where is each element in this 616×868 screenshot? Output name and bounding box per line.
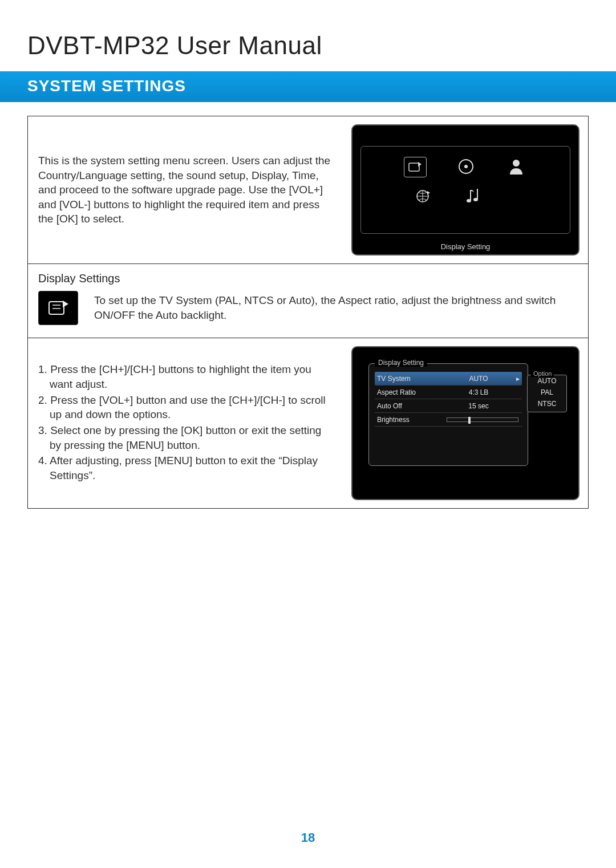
screen2-panel: Display Setting TV System AUTO ▸ Aspect … (368, 363, 528, 466)
screen2-item-tv-system: TV System AUTO ▸ (375, 372, 522, 386)
screen2-item-label: Aspect Ratio (375, 388, 443, 396)
user-icon (505, 157, 527, 176)
screen2-item-aspect-ratio: Aspect Ratio 4:3 LB (375, 386, 522, 399)
display-settings-tile-icon (38, 291, 78, 325)
screen2-option: NTSC (528, 398, 566, 409)
screen2-item-value: AUTO (443, 375, 514, 383)
svg-point-3 (513, 160, 520, 167)
screen2-item-label: Auto Off (375, 402, 443, 410)
screen1-frame (360, 146, 570, 234)
screen1: Display Setting (351, 124, 579, 255)
row-intro: This is the system setting menu screen. … (28, 116, 588, 264)
screen2-panel-title: Display Setting (375, 359, 427, 367)
svg-rect-7 (49, 302, 64, 314)
brightness-slider (447, 417, 518, 422)
step-1: Press the [CH+]/[CH-] buttons to highlig… (38, 362, 331, 391)
screen2-option: PAL (528, 387, 566, 398)
steps-list: Press the [CH+]/[CH-] buttons to highlig… (38, 360, 331, 486)
screen2-item-value: 15 sec (443, 402, 514, 410)
page-title: DVBT-MP32 User Manual (0, 0, 616, 71)
row-display: Display Settings To set up the TV System… (28, 264, 588, 338)
screen1-caption: Display Setting (352, 242, 578, 251)
step-3: Select one by pressing the [OK] button o… (38, 423, 331, 452)
screen2-options-popup: Option AUTO PAL NTSC (527, 375, 567, 412)
screen2-options-title: Option (531, 370, 554, 377)
screen2-item-brightness: Brightness (375, 413, 522, 427)
screen2-option: AUTO (528, 375, 566, 387)
screen2-list: TV System AUTO ▸ Aspect Ratio 4:3 LB Aut… (369, 364, 528, 431)
display-settings-title: Display Settings (38, 272, 578, 285)
screen2-container: Display Setting TV System AUTO ▸ Aspect … (343, 338, 588, 508)
screen2-item-label: Brightness (375, 416, 443, 424)
svg-point-2 (464, 165, 468, 168)
svg-point-5 (467, 199, 471, 202)
screen2-item-label: TV System (375, 375, 443, 383)
globe-icon (412, 186, 434, 206)
svg-rect-0 (409, 163, 419, 171)
chevron-right-icon: ▸ (514, 375, 522, 383)
screen1-icon-row-1 (361, 157, 570, 177)
step-4: After adjusting, press [MENU] button to … (38, 453, 331, 482)
disc-icon (455, 157, 477, 176)
screen2-item-auto-off: Auto Off 15 sec (375, 399, 522, 413)
svg-point-6 (473, 198, 478, 201)
steps-col: Press the [CH+]/[CH-] buttons to highlig… (28, 338, 343, 508)
display-settings-icon (404, 157, 427, 177)
intro-text: This is the system setting menu screen. … (28, 116, 343, 263)
display-settings-desc: To set up the TV System (PAL, NTCS or Au… (94, 291, 578, 322)
screen1-container: Display Setting (343, 116, 588, 263)
section-header: SYSTEM SETTINGS (0, 71, 616, 102)
row-steps: Press the [CH+]/[CH-] buttons to highlig… (28, 338, 588, 508)
step-2: Press the [VOL+] button and use the [CH+… (38, 393, 331, 422)
content-box: This is the system setting menu screen. … (27, 116, 589, 509)
music-icon (463, 186, 484, 206)
screen2: Display Setting TV System AUTO ▸ Aspect … (351, 346, 579, 500)
screen1-icon-row-2 (361, 186, 570, 206)
screen2-item-value: 4:3 LB (443, 388, 514, 396)
page-number: 18 (0, 830, 616, 845)
